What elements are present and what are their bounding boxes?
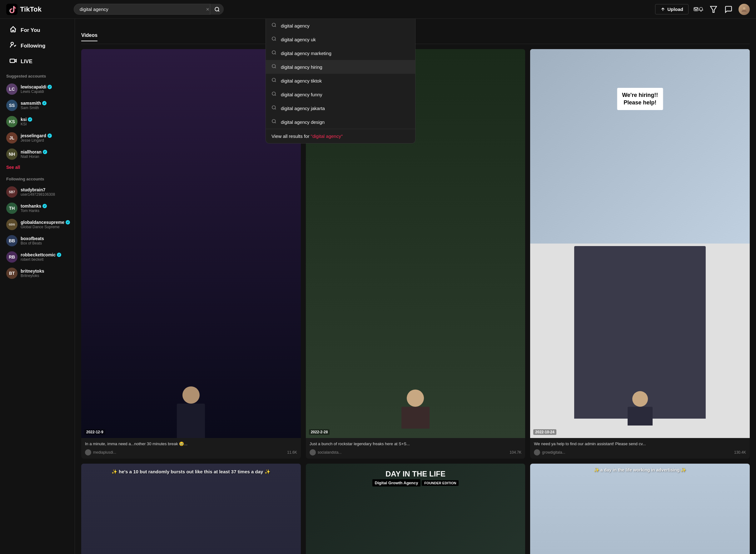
dropdown-item-digital-agency-funny[interactable]: digital agency funny (266, 88, 415, 101)
meta-likes-v1: 11.6K (287, 450, 297, 455)
avatar-globaldancesupreme: GDS (6, 219, 17, 230)
live-label: LIVE (21, 58, 33, 65)
avatar-niallhoran: NH (6, 149, 17, 160)
account-niallhoran[interactable]: NH niallhoran ✓ Niall Horan (0, 146, 75, 162)
following-accounts-list: SB7 studybrain7 user1497298106308 TH tom… (0, 184, 75, 281)
tab-videos[interactable]: Videos (81, 33, 98, 41)
meta-name-v2: socialandsta... (318, 450, 508, 455)
meta-name-v3: growdigitala... (542, 450, 732, 455)
account-globaldancesupreme[interactable]: GDS globaldancesupreme ✓ Global Dance Su… (0, 216, 75, 233)
suggested-accounts-title: Suggested accounts (0, 69, 75, 81)
search-clear-icon[interactable]: × (206, 6, 209, 12)
meta-avatar-v2 (310, 449, 316, 455)
account-robbeckettcomic[interactable]: RB robbeckettcomic ✓ robert beckett (0, 249, 75, 265)
dropdown-item-digital-agency-uk[interactable]: digital agency uk (266, 33, 415, 46)
verified-badge-ksi: ✓ (28, 117, 32, 122)
verified-badge-niallhoran: ✓ (43, 150, 47, 154)
meta-avatar-v3 (534, 449, 540, 455)
verified-badge-globaldancesupreme: ✓ (66, 220, 70, 224)
account-boxofbeats[interactable]: BB boxofbeats Box of Beats (0, 233, 75, 249)
account-samsmith[interactable]: SS samsmith ✓ Sam Smith (0, 97, 75, 113)
nav-item-following[interactable]: Following (2, 38, 72, 54)
following-accounts-title: Following accounts (0, 172, 75, 184)
dropdown-item-text-0: digital agency (281, 23, 310, 29)
dropdown-item-text-1: digital agency uk (281, 37, 316, 42)
verified-badge-tomhanks: ✓ (43, 204, 47, 208)
upload-button[interactable]: Upload (655, 4, 689, 14)
video-card-v6[interactable]: ✨ a day in the life working in advertisi… (530, 464, 750, 554)
messages-icon[interactable] (723, 4, 734, 14)
home-icon (9, 25, 17, 35)
svg-point-4 (743, 7, 745, 10)
sidebar: For You Following LIVE Suggested accou (0, 19, 75, 554)
verified-badge-samsmith: ✓ (42, 101, 47, 105)
dropdown-item-digital-agency-hiring[interactable]: digital agency hiring (266, 60, 415, 74)
logo-text: TikTok (20, 5, 42, 13)
account-jesselingard[interactable]: JL jesselingard ✓ Jesse Lingard (0, 130, 75, 146)
nav-item-live[interactable]: LIVE (2, 54, 72, 69)
header: TikTok × Upload (0, 0, 756, 19)
dropdown-item-text-3: digital agency hiring (281, 64, 322, 70)
video-description-v1: In a minute, imma need a...nother 30 min… (85, 441, 297, 447)
svg-point-8 (272, 37, 275, 40)
verified-badge-robbeckettcomic: ✓ (57, 253, 61, 257)
svg-point-1 (215, 7, 219, 11)
for-you-label: For You (21, 27, 40, 34)
search-container: × (74, 4, 224, 15)
account-studybrain7[interactable]: SB7 studybrain7 user1497298106308 (0, 184, 75, 200)
video-date-v3: 2022-10-24 (533, 429, 556, 435)
search-button[interactable] (210, 4, 224, 15)
video-info-v3: We need ya help to find our admin assist… (530, 438, 750, 459)
inbox-icon[interactable] (694, 4, 703, 14)
dropdown-item-digital-agency-tiktok[interactable]: digital agency tiktok (266, 74, 415, 88)
main-nav: For You Following LIVE (0, 22, 75, 69)
account-lewiscapaldi[interactable]: LC lewiscapaldi ✓ Lewis Capaldi (0, 81, 75, 97)
video-thumbnail-v5: DAY IN THE LIFE Digital Growth Agency FO… (306, 464, 525, 554)
verified-badge-lewiscapaldi: ✓ (48, 85, 52, 89)
avatar-studybrain7: SB7 (6, 186, 17, 198)
dropdown-item-digital-agency[interactable]: digital agency (266, 19, 415, 33)
video-card-v3[interactable]: We're hiring!!Please help! 2022-10-24 We… (530, 49, 750, 459)
dropdown-view-all[interactable]: View all results for "digital agency" (266, 129, 415, 143)
account-ksi[interactable]: KS ksi ✓ KSI (0, 113, 75, 130)
following-label: Following (21, 43, 45, 49)
account-tomhanks[interactable]: TH tomhanks ✓ Tom Hanks (0, 200, 75, 216)
dropdown-item-text-4: digital agency tiktok (281, 78, 322, 84)
svg-point-12 (272, 92, 275, 95)
nav-item-for-you[interactable]: For You (2, 22, 72, 38)
live-icon (9, 57, 17, 66)
dropdown-item-text-7: digital agency design (281, 119, 325, 125)
dropdown-item-digital-agency-marketing[interactable]: digital agency marketing (266, 46, 415, 60)
video-date-v2: 2022-2-28 (309, 429, 330, 435)
verified-badge-jesselingard: ✓ (48, 133, 52, 138)
video-card-v5[interactable]: DAY IN THE LIFE Digital Growth Agency FO… (306, 464, 525, 554)
svg-point-9 (272, 51, 275, 54)
search-input[interactable] (74, 4, 224, 15)
filter-icon[interactable] (708, 4, 718, 14)
section-header: Videos (81, 33, 750, 44)
svg-point-11 (272, 78, 275, 81)
svg-point-7 (272, 23, 275, 26)
svg-point-13 (272, 106, 275, 109)
dropdown-item-digital-agency-design[interactable]: digital agency design (266, 115, 415, 129)
search-suggestion-icon (271, 50, 277, 56)
tiktok-logo-icon (6, 4, 17, 15)
meta-name-v1: mediaplusdi... (93, 450, 285, 455)
video-thumbnail-v4: ✨ he's a 10 but randomly bursts out like… (81, 464, 301, 554)
header-actions: Upload (655, 4, 750, 15)
upload-label: Upload (667, 7, 683, 12)
search-suggestion-icon (271, 22, 277, 29)
view-all-prefix: View all results for (271, 133, 311, 139)
video-description-v2: Just a bunch of rockstar legendary freak… (310, 441, 522, 447)
video-grid: 2022-12-9 In a minute, imma need a...not… (81, 49, 750, 554)
meta-likes-v2: 104.7K (509, 450, 521, 455)
video-card-v4[interactable]: ✨ he's a 10 but randomly bursts out like… (81, 464, 301, 554)
meta-avatar-v1 (85, 449, 91, 455)
video-thumbnail-v3: We're hiring!!Please help! 2022-10-24 (530, 49, 750, 438)
avatar-ksi: KS (6, 116, 17, 127)
see-all-suggested[interactable]: See all (0, 162, 75, 172)
svg-point-10 (272, 64, 275, 68)
dropdown-item-digital-agency-jakarta[interactable]: digital agency jakarta (266, 101, 415, 115)
user-avatar[interactable] (739, 4, 750, 15)
account-britneytoks[interactable]: BT britneytoks Britneytoks (0, 265, 75, 281)
